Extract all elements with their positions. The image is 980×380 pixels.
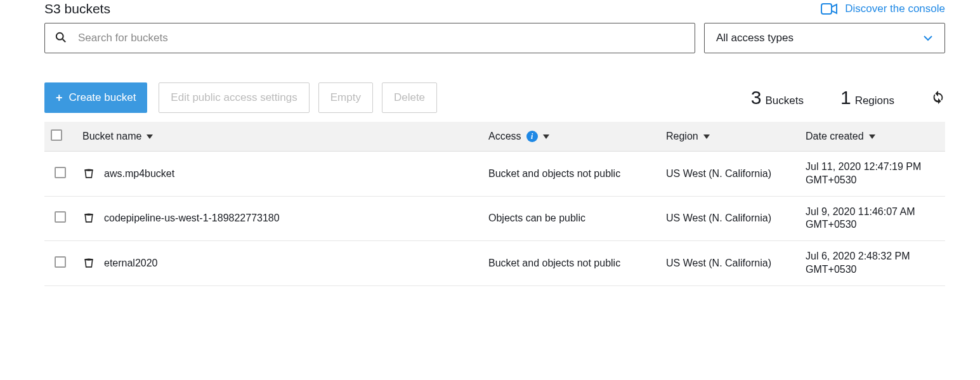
row-checkbox[interactable] — [55, 256, 66, 268]
bucket-date: Jul 9, 2020 11:46:07 AM GMT+0530 — [799, 196, 945, 241]
bucket-access: Bucket and objects not public — [482, 152, 660, 197]
video-icon — [821, 3, 837, 15]
create-bucket-button[interactable]: + Create bucket — [44, 82, 147, 113]
table-row: aws.mp4bucket Bucket and objects not pub… — [44, 152, 945, 197]
caret-down-icon — [147, 134, 153, 139]
buckets-stat: 3 Buckets — [751, 87, 804, 108]
buckets-count: 3 — [751, 87, 762, 108]
edit-public-access-button[interactable]: Edit public access settings — [159, 82, 309, 113]
svg-point-3 — [84, 169, 93, 171]
page-title: S3 buckets — [44, 1, 110, 16]
regions-label: Regions — [855, 95, 894, 107]
regions-count: 1 — [840, 87, 851, 108]
discover-console-link[interactable]: Discover the console — [845, 3, 945, 15]
discover-console-wrap: Discover the console — [821, 3, 945, 15]
bucket-date: Jul 11, 2020 12:47:19 PM GMT+0530 — [799, 152, 945, 197]
info-icon[interactable]: i — [526, 131, 538, 142]
search-icon — [55, 32, 67, 45]
bucket-icon — [82, 167, 95, 180]
row-checkbox[interactable] — [55, 167, 66, 178]
select-all-checkbox[interactable] — [51, 129, 62, 141]
bucket-icon — [82, 257, 95, 270]
delete-label: Delete — [394, 91, 425, 104]
bucket-name-link[interactable]: aws.mp4bucket — [104, 168, 174, 180]
bucket-date: Jul 6, 2020 2:48:32 PM GMT+0530 — [799, 241, 945, 286]
caret-down-icon — [543, 134, 549, 139]
bucket-region: US West (N. California) — [660, 152, 799, 197]
search-input[interactable] — [78, 32, 684, 44]
column-header-region-label: Region — [666, 131, 698, 142]
empty-label: Empty — [330, 91, 361, 104]
caret-down-icon — [703, 134, 710, 139]
access-filter-dropdown[interactable]: All access types — [704, 23, 945, 53]
column-header-date-label: Date created — [806, 131, 864, 142]
column-header-access-label: Access — [488, 131, 521, 142]
buckets-table: Bucket name Access i Region Dat — [44, 122, 945, 286]
svg-point-4 — [84, 214, 93, 216]
column-header-region[interactable]: Region — [666, 131, 710, 142]
row-checkbox[interactable] — [55, 211, 66, 223]
buckets-label: Buckets — [765, 95, 803, 107]
table-row: codepipeline-us-west-1-189822773180 Obje… — [44, 196, 945, 241]
chevron-down-icon — [923, 32, 933, 44]
svg-point-5 — [84, 258, 93, 260]
column-header-date[interactable]: Date created — [806, 131, 875, 142]
create-bucket-label: Create bucket — [69, 91, 136, 104]
access-filter-selected: All access types — [716, 32, 794, 44]
bucket-access: Objects can be public — [482, 196, 660, 241]
svg-line-2 — [63, 39, 66, 41]
column-header-name[interactable]: Bucket name — [82, 131, 153, 142]
bucket-name-link[interactable]: eternal2020 — [104, 258, 158, 269]
search-box[interactable] — [44, 23, 695, 53]
svg-point-1 — [56, 32, 63, 39]
column-header-name-label: Bucket name — [82, 131, 141, 142]
bucket-region: US West (N. California) — [660, 241, 799, 286]
edit-public-access-label: Edit public access settings — [171, 91, 297, 104]
empty-button[interactable]: Empty — [318, 82, 373, 113]
refresh-icon[interactable] — [931, 90, 945, 106]
plus-icon: + — [56, 92, 63, 103]
bucket-region: US West (N. California) — [660, 196, 799, 241]
bucket-access: Bucket and objects not public — [482, 241, 660, 286]
svg-rect-0 — [821, 4, 832, 14]
delete-button[interactable]: Delete — [382, 82, 437, 113]
regions-stat: 1 Regions — [840, 87, 894, 108]
caret-down-icon — [869, 134, 875, 139]
bucket-name-link[interactable]: codepipeline-us-west-1-189822773180 — [104, 213, 280, 224]
column-header-access[interactable]: Access i — [488, 131, 549, 142]
table-row: eternal2020 Bucket and objects not publi… — [44, 241, 945, 286]
bucket-icon — [82, 212, 95, 225]
